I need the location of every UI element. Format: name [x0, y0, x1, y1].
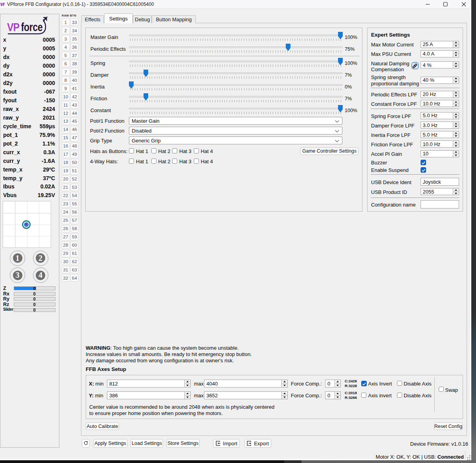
svg-text:force: force	[21, 20, 43, 33]
svg-text:VP: VP	[7, 20, 20, 34]
